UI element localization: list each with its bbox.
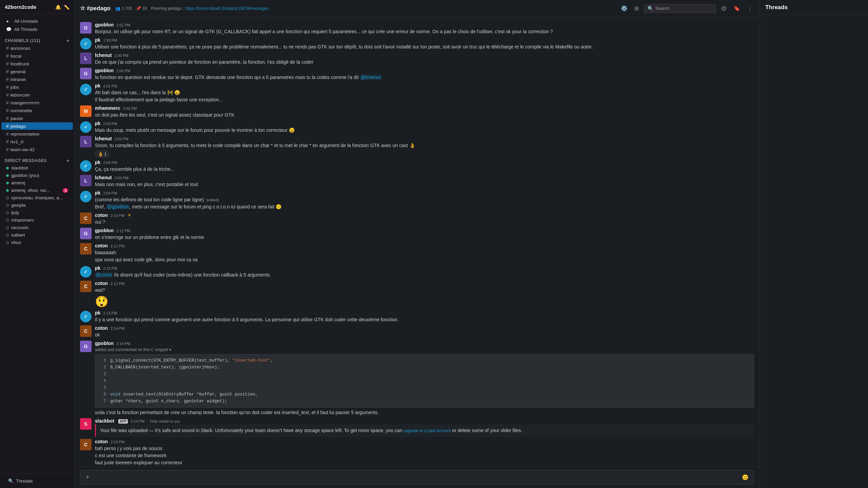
pinned-number: 18 (142, 6, 147, 11)
settings-button[interactable]: ⚙️ (619, 3, 629, 13)
upgrade-link[interactable]: upgrade to a paid account (404, 428, 451, 433)
workspace-icons: 🔔 ✏️ (55, 4, 70, 10)
sidebar-item-intranet[interactable]: # intranet (1, 76, 73, 83)
message-input[interactable] (94, 475, 738, 480)
message-content: pk 2:03 PM Mais du coup, mets plutôt un … (95, 121, 754, 134)
message-text: on s'interroge sur un probleme entre gtk… (95, 234, 754, 241)
unread-badge: 3 (63, 188, 68, 193)
dm-header: DIRECT MESSAGES + (0, 154, 74, 164)
presence-indicator (6, 197, 9, 199)
workspace-name: 42born2code (5, 4, 36, 10)
sidebar-item-pedago[interactable]: # pedago (1, 122, 73, 130)
message-text: Utiliser une fonction à plus de 5 paramè… (95, 43, 754, 50)
channel-name: team-ow-42 (11, 147, 35, 152)
message-author: lchenut (95, 175, 112, 180)
search-input[interactable] (655, 6, 712, 11)
add-channel-icon[interactable]: + (66, 38, 70, 43)
message-text: ok (95, 331, 754, 339)
sidebar-item-all-threads[interactable]: 💬 All Threads (1, 25, 73, 33)
mention-button[interactable]: @ (719, 4, 728, 13)
dm-cprouveau[interactable]: cprouveau, lmarques, a... (1, 194, 73, 201)
add-attachment-button[interactable]: + (84, 474, 91, 481)
dm-mhammerc[interactable]: mhammerc (1, 217, 73, 224)
workspace-header[interactable]: 42born2code 🔔 ✏️ (0, 0, 74, 14)
message-author: mhammerc (95, 105, 120, 111)
avatar: C (80, 325, 92, 337)
members-icon: 👥 (115, 6, 120, 11)
dm-amerej[interactable]: amerej (1, 179, 73, 186)
sidebar-item-teamow42[interactable]: # team-ow-42 (1, 146, 73, 153)
reaction-button[interactable]: 👌 1 (95, 150, 110, 158)
bookmark-button[interactable]: 🔖 (732, 3, 742, 13)
emoji-picker-button[interactable]: 😊 (741, 473, 750, 482)
message-author: coton (95, 243, 108, 248)
dm-ljoly[interactable]: ljoly (1, 209, 73, 216)
sidebar-item-bocal[interactable]: # bocal (1, 52, 73, 60)
dm-gwojda[interactable]: gwojda (1, 202, 73, 209)
table-row: C coton 2:10 PM ☀ oui ? (75, 211, 760, 227)
avatar: C (80, 243, 92, 255)
message-time: 2:12 PM (111, 282, 124, 286)
message-header: pk 2:03 PM (95, 121, 754, 126)
table-row: ✓ pk 2:01 PM Ah bah dans ce cas... t'es … (75, 82, 760, 104)
sidebar-item-leboncoin[interactable]: # leboncoin (1, 91, 73, 99)
message-text-extra: c est une contrainte de framework (95, 452, 754, 459)
sidebar-item-representative[interactable]: # representative (1, 130, 73, 138)
star-icon[interactable]: ☆ (80, 5, 85, 12)
layout-button[interactable]: ⊞ (633, 3, 640, 13)
avatar: L (80, 53, 92, 64)
visibility-label: Only visible to you (150, 419, 180, 423)
line-number: 5 (99, 384, 106, 391)
table-row: C coton 2:12 PM wat? 😲 (75, 280, 760, 309)
message-author: pk (95, 190, 100, 196)
message-author: coton (95, 325, 108, 331)
threads-button[interactable]: 🔍 Threads (5, 476, 70, 485)
sidebar-item-general[interactable]: # general (1, 68, 73, 75)
dm-salbert[interactable]: salbert (1, 231, 73, 239)
sidebar-item-jobs[interactable]: # jobs (1, 83, 73, 91)
sidebar-item-pause[interactable]: # pause (1, 115, 73, 122)
code-line: 3 (99, 371, 750, 378)
dm-amerej-group[interactable]: amerej, vfour, rac... 3 (1, 187, 73, 194)
dm-vfour[interactable]: vfour (1, 239, 73, 246)
avatar: ✓ (80, 121, 92, 133)
channel-name: mangerrrrrrrrrr (11, 100, 40, 105)
add-dm-icon[interactable]: + (66, 158, 70, 163)
sidebar-item-rtv1rt[interactable]: # rtv1_rt (1, 138, 73, 145)
table-row: L lchenut 2:04 PM Mais non mais non, en … (75, 174, 760, 189)
threads-panel-header: Threads (760, 0, 868, 15)
sidebar-item-mangerrrr[interactable]: # mangerrrrrrrrrr (1, 99, 73, 106)
compose-icon[interactable]: ✏️ (64, 4, 70, 10)
sidebar-nav: ● All Unreads 💬 All Threads CHANNELS (11… (0, 14, 74, 473)
message-content: gpoblon 2:11 PM on s'interroge sur un pr… (95, 228, 754, 241)
presence-indicator (6, 219, 9, 222)
code-line: 4 (99, 378, 750, 384)
hash-icon: # (6, 147, 9, 152)
channel-name: intranet (11, 77, 26, 82)
table-row: ✓ pk 2:04 PM (comme les defines de tout … (75, 189, 760, 211)
message-header: coton 2:11 PM (95, 243, 754, 248)
message-header: gpoblon 2:00 PM (95, 68, 754, 73)
sidebar-item-foodtruck[interactable]: # foodtruck (1, 60, 73, 67)
dm-gpoblon[interactable]: gpoblon (you) (1, 172, 73, 179)
message-content: lchenut 2:04 PM Mais non mais non, en pl… (95, 175, 754, 188)
forum-link[interactable]: https://forum.intra42.fr/topics/15878/me… (185, 6, 269, 11)
message-text: Ça, ça ressemble plus à de la triche... (95, 166, 754, 173)
avatar: C (80, 439, 92, 450)
dm-racousin[interactable]: racousin (1, 224, 73, 231)
bell-icon[interactable]: 🔔 (55, 4, 61, 10)
sidebar-item-all-unreads[interactable]: ● All Unreads (1, 17, 73, 25)
code-line: 7 gchar *chars, guint n_chars, gpointer … (99, 398, 750, 405)
presence-indicator (6, 241, 9, 244)
avatar: C (80, 281, 92, 292)
message-text: De ce que j'ai compris ça prend un point… (95, 59, 754, 66)
sidebar-item-annonces[interactable]: # annonces (1, 44, 73, 52)
message-content: pk 2:04 PM (comme les defines de tout to… (95, 190, 754, 210)
search-box[interactable]: 🔍 (644, 4, 716, 13)
message-author: pk (95, 160, 100, 165)
sidebar-item-norminette[interactable]: # norminette (1, 107, 73, 114)
message-header: coton 2:14 PM (95, 325, 754, 331)
pinned-count[interactable]: 📌 18 (136, 6, 147, 11)
more-button[interactable]: ⋮ (745, 3, 754, 13)
dm-slackbot[interactable]: slackbot (1, 164, 73, 171)
